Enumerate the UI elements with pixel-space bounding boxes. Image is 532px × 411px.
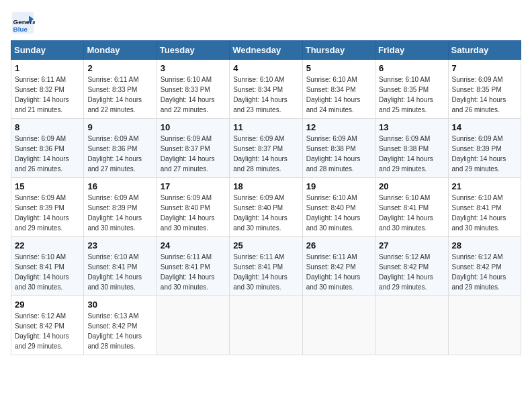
- day-info: Sunrise: 6:13 AMSunset: 8:42 PMDaylight:…: [87, 312, 142, 350]
- calendar-cell: 7 Sunrise: 6:09 AMSunset: 8:35 PMDayligh…: [448, 60, 521, 119]
- day-number: 30: [87, 300, 152, 310]
- calendar-cell: 9 Sunrise: 6:09 AMSunset: 8:36 PMDayligh…: [84, 119, 157, 178]
- day-info: Sunrise: 6:10 AMSunset: 8:35 PMDaylight:…: [379, 76, 433, 113]
- day-number: 1: [15, 63, 80, 73]
- day-info: Sunrise: 6:12 AMSunset: 8:42 PMDaylight:…: [452, 253, 506, 291]
- calendar-cell: [375, 296, 448, 355]
- calendar-cell: 16 Sunrise: 6:09 AMSunset: 8:39 PMDaylig…: [84, 178, 157, 237]
- day-number: 16: [87, 181, 152, 191]
- day-number: 15: [15, 181, 80, 191]
- day-number: 25: [233, 240, 298, 250]
- day-info: Sunrise: 6:09 AMSunset: 8:39 PMDaylight:…: [87, 194, 142, 232]
- weekday-header-wednesday: Wednesday: [230, 41, 302, 60]
- day-info: Sunrise: 6:10 AMSunset: 8:41 PMDaylight:…: [15, 253, 69, 291]
- calendar-cell: 23 Sunrise: 6:10 AMSunset: 8:41 PMDaylig…: [84, 237, 157, 296]
- calendar-cell: 13 Sunrise: 6:09 AMSunset: 8:38 PMDaylig…: [375, 119, 448, 178]
- calendar-week-1: 1 Sunrise: 6:11 AMSunset: 8:32 PMDayligh…: [11, 60, 521, 119]
- day-info: Sunrise: 6:09 AMSunset: 8:40 PMDaylight:…: [161, 194, 215, 232]
- logo: General Blue: [11, 11, 35, 35]
- day-info: Sunrise: 6:09 AMSunset: 8:38 PMDaylight:…: [379, 135, 433, 173]
- day-info: Sunrise: 6:10 AMSunset: 8:41 PMDaylight:…: [452, 194, 506, 232]
- calendar-header-row: SundayMondayTuesdayWednesdayThursdayFrid…: [11, 41, 521, 60]
- day-info: Sunrise: 6:11 AMSunset: 8:41 PMDaylight:…: [233, 253, 287, 291]
- day-number: 13: [379, 122, 444, 132]
- weekday-header-thursday: Thursday: [302, 41, 375, 60]
- calendar-cell: 25 Sunrise: 6:11 AMSunset: 8:41 PMDaylig…: [230, 237, 302, 296]
- calendar-cell: 30 Sunrise: 6:13 AMSunset: 8:42 PMDaylig…: [84, 296, 157, 355]
- day-info: Sunrise: 6:10 AMSunset: 8:40 PMDaylight:…: [306, 194, 361, 232]
- day-number: 20: [379, 181, 444, 191]
- weekday-header-sunday: Sunday: [11, 41, 84, 60]
- calendar-cell: 28 Sunrise: 6:12 AMSunset: 8:42 PMDaylig…: [448, 237, 521, 296]
- calendar-cell: 19 Sunrise: 6:10 AMSunset: 8:40 PMDaylig…: [302, 178, 375, 237]
- calendar-cell: [302, 296, 375, 355]
- day-info: Sunrise: 6:09 AMSunset: 8:36 PMDaylight:…: [15, 135, 69, 173]
- day-info: Sunrise: 6:12 AMSunset: 8:42 PMDaylight:…: [379, 253, 433, 291]
- calendar-cell: 24 Sunrise: 6:11 AMSunset: 8:41 PMDaylig…: [157, 237, 229, 296]
- weekday-header-tuesday: Tuesday: [157, 41, 229, 60]
- calendar-cell: 4 Sunrise: 6:10 AMSunset: 8:34 PMDayligh…: [230, 60, 302, 119]
- day-info: Sunrise: 6:09 AMSunset: 8:39 PMDaylight:…: [452, 135, 506, 173]
- day-info: Sunrise: 6:12 AMSunset: 8:42 PMDaylight:…: [15, 312, 69, 350]
- weekday-header-monday: Monday: [84, 41, 157, 60]
- day-info: Sunrise: 6:10 AMSunset: 8:34 PMDaylight:…: [233, 76, 287, 113]
- day-info: Sunrise: 6:09 AMSunset: 8:37 PMDaylight:…: [233, 135, 287, 173]
- day-info: Sunrise: 6:11 AMSunset: 8:42 PMDaylight:…: [306, 253, 361, 291]
- day-number: 19: [306, 181, 371, 191]
- calendar-cell: [230, 296, 302, 355]
- weekday-header-friday: Friday: [375, 41, 448, 60]
- day-number: 14: [452, 122, 517, 132]
- calendar-table: SundayMondayTuesdayWednesdayThursdayFrid…: [11, 40, 521, 355]
- day-info: Sunrise: 6:09 AMSunset: 8:36 PMDaylight:…: [87, 135, 142, 173]
- calendar-week-3: 15 Sunrise: 6:09 AMSunset: 8:39 PMDaylig…: [11, 178, 521, 237]
- day-info: Sunrise: 6:11 AMSunset: 8:33 PMDaylight:…: [87, 76, 142, 113]
- calendar-cell: 17 Sunrise: 6:09 AMSunset: 8:40 PMDaylig…: [157, 178, 229, 237]
- calendar-cell: 5 Sunrise: 6:10 AMSunset: 8:34 PMDayligh…: [302, 60, 375, 119]
- day-number: 23: [87, 240, 152, 250]
- calendar-cell: 29 Sunrise: 6:12 AMSunset: 8:42 PMDaylig…: [11, 296, 84, 355]
- day-number: 22: [15, 240, 80, 250]
- calendar-cell: 1 Sunrise: 6:11 AMSunset: 8:32 PMDayligh…: [11, 60, 84, 119]
- day-info: Sunrise: 6:11 AMSunset: 8:32 PMDaylight:…: [15, 76, 69, 113]
- calendar-cell: 6 Sunrise: 6:10 AMSunset: 8:35 PMDayligh…: [375, 60, 448, 119]
- page-header: General Blue: [11, 11, 521, 35]
- day-number: 10: [161, 122, 226, 132]
- day-info: Sunrise: 6:09 AMSunset: 8:40 PMDaylight:…: [233, 194, 287, 232]
- calendar-cell: 8 Sunrise: 6:09 AMSunset: 8:36 PMDayligh…: [11, 119, 84, 178]
- day-info: Sunrise: 6:09 AMSunset: 8:35 PMDaylight:…: [452, 76, 506, 113]
- day-number: 24: [161, 240, 226, 250]
- calendar-cell: 20 Sunrise: 6:10 AMSunset: 8:41 PMDaylig…: [375, 178, 448, 237]
- weekday-header-saturday: Saturday: [448, 41, 521, 60]
- day-number: 27: [379, 240, 444, 250]
- day-number: 4: [233, 63, 298, 73]
- day-number: 2: [87, 63, 152, 73]
- day-number: 5: [306, 63, 371, 73]
- calendar-cell: 15 Sunrise: 6:09 AMSunset: 8:39 PMDaylig…: [11, 178, 84, 237]
- day-info: Sunrise: 6:09 AMSunset: 8:39 PMDaylight:…: [15, 194, 69, 232]
- day-info: Sunrise: 6:10 AMSunset: 8:41 PMDaylight:…: [87, 253, 142, 291]
- day-number: 28: [452, 240, 517, 250]
- day-info: Sunrise: 6:10 AMSunset: 8:34 PMDaylight:…: [306, 76, 361, 113]
- calendar-cell: 26 Sunrise: 6:11 AMSunset: 8:42 PMDaylig…: [302, 237, 375, 296]
- day-number: 21: [452, 181, 517, 191]
- day-info: Sunrise: 6:09 AMSunset: 8:38 PMDaylight:…: [306, 135, 361, 173]
- day-number: 11: [233, 122, 298, 132]
- day-number: 9: [87, 122, 152, 132]
- calendar-cell: 22 Sunrise: 6:10 AMSunset: 8:41 PMDaylig…: [11, 237, 84, 296]
- day-info: Sunrise: 6:10 AMSunset: 8:41 PMDaylight:…: [379, 194, 433, 232]
- calendar-cell: 10 Sunrise: 6:09 AMSunset: 8:37 PMDaylig…: [157, 119, 229, 178]
- calendar-cell: 2 Sunrise: 6:11 AMSunset: 8:33 PMDayligh…: [84, 60, 157, 119]
- calendar-cell: 3 Sunrise: 6:10 AMSunset: 8:33 PMDayligh…: [157, 60, 229, 119]
- day-number: 18: [233, 181, 298, 191]
- calendar-cell: [448, 296, 521, 355]
- calendar-cell: 27 Sunrise: 6:12 AMSunset: 8:42 PMDaylig…: [375, 237, 448, 296]
- calendar-week-4: 22 Sunrise: 6:10 AMSunset: 8:41 PMDaylig…: [11, 237, 521, 296]
- calendar-cell: 11 Sunrise: 6:09 AMSunset: 8:37 PMDaylig…: [230, 119, 302, 178]
- day-number: 8: [15, 122, 80, 132]
- svg-text:Blue: Blue: [13, 26, 28, 33]
- day-info: Sunrise: 6:10 AMSunset: 8:33 PMDaylight:…: [161, 76, 215, 113]
- calendar-cell: 14 Sunrise: 6:09 AMSunset: 8:39 PMDaylig…: [448, 119, 521, 178]
- calendar-week-5: 29 Sunrise: 6:12 AMSunset: 8:42 PMDaylig…: [11, 296, 521, 355]
- calendar-cell: 18 Sunrise: 6:09 AMSunset: 8:40 PMDaylig…: [230, 178, 302, 237]
- day-number: 3: [161, 63, 226, 73]
